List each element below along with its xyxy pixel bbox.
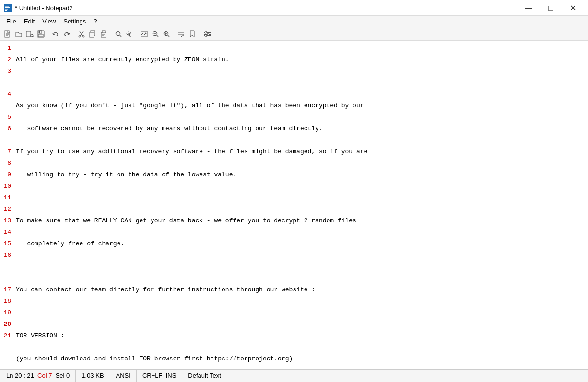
- status-ln: Ln 20 : 21: [6, 372, 34, 379]
- file-size-label: 1.03 KB: [82, 372, 104, 379]
- line-num-19: 19: [2, 307, 11, 319]
- maximize-button[interactable]: □: [540, 0, 562, 16]
- editor-container: 1 2 3 4 5 6 7 8 9 10 11 12 13 14 15 16 1…: [0, 41, 588, 369]
- status-col: Col 7: [37, 372, 52, 379]
- svg-point-29: [127, 32, 129, 35]
- window-title: * Untitled - Notepad2: [15, 4, 73, 12]
- svg-line-28: [120, 35, 122, 37]
- separator-4: [137, 30, 137, 38]
- separator-6: [200, 30, 200, 38]
- line-num-14: 14: [2, 227, 11, 238]
- line-num-15: 15: [2, 238, 11, 250]
- line-num-4: [2, 77, 11, 89]
- svg-point-44: [205, 31, 207, 33]
- text-line-3b: software cannot be recovered by any mean…: [16, 123, 586, 135]
- toolbar-find-file[interactable]: [24, 29, 35, 39]
- line-num-20: 20: [2, 319, 11, 330]
- title-bar-controls: — □ ✕: [517, 0, 584, 16]
- separator-1: [48, 30, 48, 38]
- svg-rect-14: [38, 34, 43, 37]
- svg-rect-23: [102, 31, 105, 33]
- ins-label: INS: [166, 372, 176, 379]
- separator-5: [174, 30, 174, 38]
- svg-line-37: [168, 35, 170, 37]
- line-num-18: 18: [2, 296, 11, 307]
- title-bar: * Untitled - Notepad2 — □ ✕: [0, 0, 588, 16]
- status-position: Ln 20 : 21 Col 7 Sel 0: [0, 370, 76, 382]
- line-num-21: 21: [2, 330, 11, 342]
- line-num-3: 3: [2, 66, 11, 77]
- svg-rect-9: [26, 31, 31, 37]
- line-num-16b: [2, 261, 11, 273]
- line-num-12: 12: [2, 204, 11, 215]
- toolbar-cut[interactable]: [76, 29, 87, 39]
- line-numbers: 1 2 3 4 5 6 7 8 9 10 11 12 13 14 15 16 1…: [0, 41, 14, 369]
- svg-rect-21: [90, 32, 94, 37]
- line-num-4c: [2, 100, 11, 112]
- toolbar-paste[interactable]: [98, 29, 109, 39]
- line-num-2: 2: [2, 54, 11, 66]
- line-ending-label: CR+LF: [142, 372, 163, 379]
- line-num-16c: [2, 273, 11, 284]
- menu-view[interactable]: View: [38, 17, 59, 26]
- toolbar-save[interactable]: [35, 29, 46, 39]
- encoding-label: ANSI: [116, 372, 130, 379]
- toolbar-zoom-in[interactable]: [161, 29, 172, 39]
- line-num-17: 17: [2, 284, 11, 296]
- line-num-9: 9: [2, 169, 11, 181]
- toolbar-replace[interactable]: [124, 29, 135, 39]
- status-sel: Sel 0: [56, 372, 70, 379]
- text-line-4b: willing to try - try it on the data of t…: [16, 169, 586, 181]
- svg-rect-15: [39, 31, 40, 33]
- svg-rect-4: [5, 10, 7, 11]
- line-num-7: 7: [2, 146, 11, 158]
- svg-point-27: [116, 31, 120, 35]
- svg-line-11: [33, 36, 33, 37]
- menu-edit[interactable]: Edit: [20, 17, 38, 26]
- title-bar-left: * Untitled - Notepad2: [4, 4, 73, 12]
- toolbar-new[interactable]: [2, 29, 13, 39]
- toolbar-redo[interactable]: [61, 29, 72, 39]
- editor-text-area[interactable]: All of your files are currently encrypte…: [14, 41, 588, 369]
- status-style: Default Text: [182, 370, 588, 382]
- separator-2: [74, 30, 74, 38]
- toolbar-wordwrap[interactable]: [176, 29, 187, 39]
- toolbar-settings[interactable]: [202, 29, 212, 39]
- svg-line-34: [157, 35, 159, 37]
- toolbar-open[interactable]: [13, 29, 24, 39]
- status-size: 1.03 KB: [76, 370, 110, 382]
- menu-settings[interactable]: Settings: [59, 17, 90, 26]
- status-bar: Ln 20 : 21 Col 7 Sel 0 1.03 KB ANSI CR+L…: [0, 369, 588, 382]
- toolbar-bookmark[interactable]: [187, 29, 198, 39]
- svg-rect-1: [5, 6, 9, 7]
- line-num-6: 6: [2, 123, 11, 135]
- main-window: * Untitled - Notepad2 — □ ✕ File Edit Vi…: [0, 0, 588, 382]
- toolbar-undo[interactable]: [50, 29, 61, 39]
- text-line-6b: completely free of charge.: [16, 238, 586, 250]
- toolbar-copy[interactable]: [87, 29, 98, 39]
- text-line-1: All of your files are currently encrypte…: [16, 54, 586, 66]
- line-num-8: 8: [2, 158, 11, 169]
- minimize-button[interactable]: —: [517, 0, 540, 16]
- text-line-5: [16, 192, 586, 204]
- text-line-9: [16, 307, 586, 319]
- toolbar-image[interactable]: [139, 29, 150, 39]
- toolbar-zoom-out[interactable]: [150, 29, 161, 39]
- text-line-8: You can contact our team directly for fu…: [16, 284, 586, 296]
- svg-point-45: [207, 33, 209, 35]
- menu-help[interactable]: ?: [90, 17, 101, 26]
- line-num-13: 13: [2, 215, 11, 227]
- line-num-16: 16: [2, 250, 11, 261]
- close-button[interactable]: ✕: [562, 0, 584, 16]
- line-num-4b: 4: [2, 89, 11, 100]
- app-icon: [4, 4, 12, 12]
- menu-bar: File Edit View Settings ?: [0, 16, 588, 27]
- text-line-4a: If you try to use any additional recover…: [16, 146, 586, 158]
- toolbar-find[interactable]: [113, 29, 124, 39]
- svg-rect-5: [5, 31, 9, 37]
- text-line-11: (you should download and install TOR bro…: [16, 353, 586, 365]
- svg-point-46: [205, 35, 207, 37]
- text-line-3a: As you know (if you don't - just "google…: [16, 100, 586, 112]
- status-line-ending: CR+LF INS: [137, 370, 182, 382]
- menu-file[interactable]: File: [2, 17, 20, 26]
